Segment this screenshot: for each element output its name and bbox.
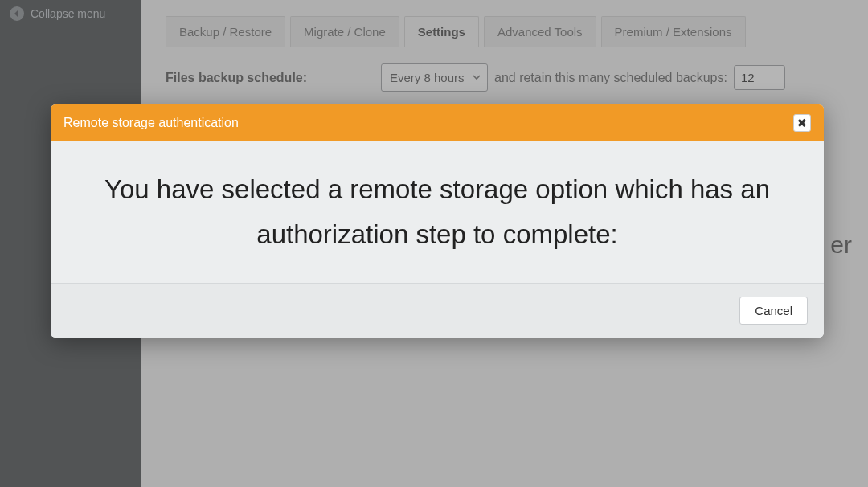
auth-modal: Remote storage authentication ✖ You have… — [51, 104, 824, 338]
cancel-button[interactable]: Cancel — [739, 297, 808, 325]
modal-body-text: You have selected a remote storage optio… — [51, 141, 824, 284]
modal-footer: Cancel — [51, 284, 824, 338]
close-icon[interactable]: ✖ — [793, 114, 811, 132]
modal-header: Remote storage authentication ✖ — [51, 104, 824, 141]
modal-title: Remote storage authentication — [63, 116, 239, 130]
